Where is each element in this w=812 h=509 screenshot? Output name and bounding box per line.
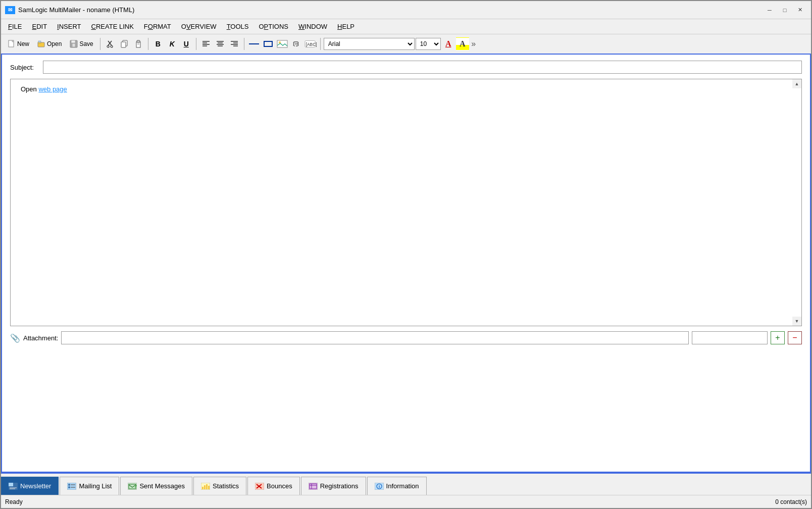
attachment-path-input[interactable] xyxy=(61,331,689,344)
scroll-down-button[interactable]: ▼ xyxy=(792,317,801,326)
close-button[interactable]: ✕ xyxy=(793,5,807,16)
menu-create-link[interactable]: CREATE LINK xyxy=(86,21,139,32)
svg-rect-50 xyxy=(208,486,210,489)
editor-link[interactable]: web page xyxy=(38,85,67,93)
menu-insert[interactable]: INSERT xyxy=(52,21,86,32)
restore-button[interactable]: □ xyxy=(778,5,792,16)
editor-container: Open web page ▲ ▼ xyxy=(10,79,802,326)
scroll-up-button[interactable]: ▲ xyxy=(792,79,801,88)
attachment-add-button[interactable]: + xyxy=(771,331,785,344)
tab-information[interactable]: i Information xyxy=(367,477,427,495)
spell-check-button[interactable]: [ABC] xyxy=(304,37,317,50)
svg-point-11 xyxy=(111,45,113,47)
new-button[interactable]: New xyxy=(4,36,33,52)
open-icon xyxy=(37,40,45,48)
rectangle-button[interactable] xyxy=(262,37,275,50)
information-tab-icon: i xyxy=(375,483,384,490)
tab-bounces[interactable]: Bounces xyxy=(247,477,300,495)
toolbar-expand-button[interactable]: » xyxy=(470,39,477,48)
menu-edit[interactable]: EDIT xyxy=(27,21,52,32)
svg-rect-38 xyxy=(67,483,76,490)
menu-options[interactable]: OPTIONS xyxy=(253,21,293,32)
open-button[interactable]: Open xyxy=(34,36,65,52)
italic-button[interactable]: K xyxy=(166,37,179,50)
svg-rect-4 xyxy=(38,41,41,42)
paste-button[interactable] xyxy=(132,37,145,50)
editor-content: Open web page xyxy=(11,79,801,99)
hr-line-icon xyxy=(249,43,259,44)
insert-image-button[interactable] xyxy=(276,37,289,50)
save-button[interactable]: Save xyxy=(66,36,96,52)
editor-text-prefix: Open xyxy=(21,85,38,93)
svg-rect-6 xyxy=(71,40,75,43)
font-color-button[interactable]: A xyxy=(442,37,455,50)
separator-5 xyxy=(320,38,321,50)
svg-rect-30 xyxy=(277,40,287,47)
attachment-remove-button[interactable]: − xyxy=(788,331,802,344)
underline-button[interactable]: U xyxy=(180,37,193,50)
bounces-tab-icon xyxy=(255,483,264,490)
svg-rect-15 xyxy=(137,40,140,42)
attachment-label: Attachment: xyxy=(23,334,58,342)
svg-point-41 xyxy=(68,486,70,488)
statistics-tab-icon xyxy=(201,483,210,490)
tab-mailing-list[interactable]: Mailing List xyxy=(60,477,119,495)
tab-sent-messages[interactable]: Sent Messages xyxy=(120,477,192,495)
svg-text:[ABC]: [ABC] xyxy=(306,42,317,47)
svg-rect-48 xyxy=(204,485,206,489)
minimize-button[interactable]: ─ xyxy=(763,5,777,16)
highlight-color-button[interactable]: A xyxy=(456,37,469,50)
align-center-button[interactable] xyxy=(214,37,227,50)
font-selector[interactable]: Arial xyxy=(324,38,415,50)
tab-statistics[interactable]: Statistics xyxy=(193,477,246,495)
subject-row: Subject: xyxy=(8,61,804,74)
tab-registrations[interactable]: Registrations xyxy=(301,477,366,495)
title-bar-left: ✉ SamLogic MultiMailer - noname (HTML) xyxy=(5,6,134,14)
app-icon: ✉ xyxy=(5,6,15,14)
status-ready: Ready xyxy=(5,498,272,505)
cut-button[interactable] xyxy=(104,37,117,50)
align-left-button[interactable] xyxy=(199,37,213,50)
svg-rect-7 xyxy=(72,43,75,47)
align-right-button[interactable] xyxy=(228,37,241,50)
title-bar-controls: ─ □ ✕ xyxy=(763,5,807,16)
svg-rect-13 xyxy=(121,42,126,47)
menu-file[interactable]: FILE xyxy=(3,21,27,32)
bold-button[interactable]: B xyxy=(151,37,165,50)
attachment-name-input[interactable] xyxy=(692,331,768,344)
subject-label: Subject: xyxy=(10,64,43,71)
subject-input[interactable] xyxy=(43,61,802,74)
menu-window[interactable]: WINDOW xyxy=(293,21,332,32)
separator-3 xyxy=(196,38,196,50)
status-bar: Ready 0 contact(s) xyxy=(1,495,811,508)
new-icon xyxy=(8,40,16,48)
copy-button[interactable] xyxy=(118,37,131,50)
menu-bar: FILE EDIT INSERT CREATE LINK FORMAT OVER… xyxy=(1,19,811,34)
mailing-list-tab-icon xyxy=(67,483,76,490)
menu-format[interactable]: FORMAT xyxy=(139,21,176,32)
tab-newsletter[interactable]: Newsletter xyxy=(1,477,59,495)
horizontal-rule-button[interactable] xyxy=(247,37,261,50)
main-body: Subject: Open web page ▲ ▼ 📎 Attachment:… xyxy=(1,55,811,473)
separator-1 xyxy=(100,38,100,50)
svg-rect-35 xyxy=(9,483,13,486)
newsletter-tab-icon xyxy=(9,483,18,490)
menu-help[interactable]: HELP xyxy=(332,21,360,32)
svg-point-39 xyxy=(68,484,70,486)
insert-link-button[interactable] xyxy=(290,37,303,50)
toolbar: New Open Save xyxy=(1,34,811,55)
svg-rect-49 xyxy=(206,484,208,489)
rectangle-icon xyxy=(264,41,273,47)
attachment-icon: 📎 xyxy=(10,333,20,343)
status-contacts: 0 contact(s) xyxy=(540,498,807,505)
menu-overview[interactable]: OVERVIEW xyxy=(176,21,222,32)
save-icon xyxy=(70,40,78,48)
title-bar: ✉ SamLogic MultiMailer - noname (HTML) ─… xyxy=(1,1,811,19)
sent-messages-tab-icon xyxy=(128,483,137,490)
svg-rect-47 xyxy=(202,487,204,489)
window-title: SamLogic MultiMailer - noname (HTML) xyxy=(18,6,134,14)
menu-tools[interactable]: TOOLS xyxy=(222,21,254,32)
font-size-selector[interactable]: 8 9 10 11 12 14 xyxy=(416,38,441,50)
registrations-tab-icon xyxy=(309,483,318,490)
separator-2 xyxy=(148,38,148,50)
